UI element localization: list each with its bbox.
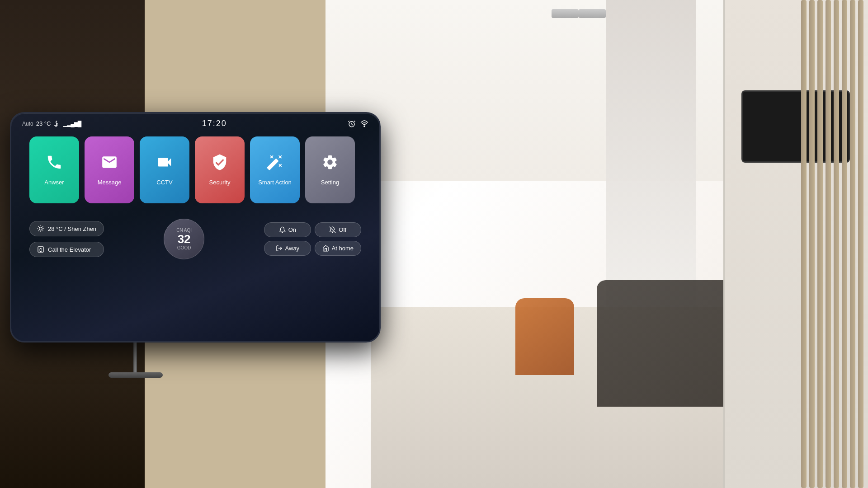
weather-text: 28 °C / Shen Zhen (48, 225, 96, 232)
bell-off-icon (329, 226, 336, 233)
slat-6 (817, 0, 823, 488)
bottom-section: 28 °C / Shen Zhen Call the Elevator CN A… (11, 211, 379, 267)
away-icon (276, 245, 283, 252)
tile-security-label: Security (209, 179, 231, 187)
aqi-value: 32 (178, 233, 191, 246)
at-home-label: At home (332, 245, 354, 252)
room-ceiling (326, 0, 868, 181)
status-bar: Auto 23 °C ▁▂▄▆█ 17:20 (11, 113, 379, 132)
tile-security[interactable]: Security (195, 136, 245, 203)
bell-on-icon (279, 226, 286, 233)
armchair (515, 298, 574, 375)
weather-button[interactable]: 28 °C / Shen Zhen (29, 221, 104, 236)
elevator-text: Call the Elevator (48, 246, 91, 253)
tiles-grid: Anwser Message CCTV (11, 132, 379, 208)
security-shield-icon (211, 154, 228, 174)
settings-gear-icon (321, 154, 339, 174)
phone-icon (46, 154, 63, 174)
message-icon (101, 154, 118, 174)
svg-line-13 (330, 227, 336, 233)
svg-point-3 (39, 227, 42, 230)
smart-wand-icon (266, 154, 283, 174)
smart-home-tablet: Auto 23 °C ▁▂▄▆█ 17:20 (10, 112, 381, 343)
alarm-on-button[interactable]: On (264, 222, 311, 237)
away-label: Away (285, 245, 300, 252)
clock-display: 17:20 (202, 119, 227, 128)
status-right (348, 120, 368, 128)
aqi-display: CN AQI 32 GOOD (164, 219, 204, 259)
temperature-display: 23 °C (36, 120, 51, 127)
status-left: Auto 23 °C ▁▂▄▆█ (22, 120, 81, 127)
slat-5 (826, 0, 831, 488)
cctv-icon (156, 154, 173, 174)
at-home-button[interactable]: At home (315, 241, 361, 256)
elevator-button[interactable]: Call the Elevator (29, 242, 104, 257)
tile-answer[interactable]: Anwser (29, 136, 79, 203)
time-value: 17:20 (202, 119, 227, 128)
elevator-icon (37, 246, 44, 253)
away-button[interactable]: Away (264, 241, 311, 256)
tile-answer-label: Anwser (44, 179, 64, 187)
tile-smart-label: Smart Action (258, 179, 292, 187)
room-background (326, 0, 868, 488)
tv-screen (741, 90, 850, 163)
ceiling-light-1 (552, 9, 579, 18)
couch (597, 280, 823, 407)
svg-point-2 (364, 126, 365, 127)
slat-1 (858, 0, 863, 488)
tile-cctv-label: CCTV (156, 179, 172, 187)
home-icon (322, 245, 329, 252)
slat-2 (850, 0, 855, 488)
alarm-off-button[interactable]: Off (315, 222, 361, 237)
tile-setting-label: Setting (321, 179, 339, 187)
svg-line-6 (38, 226, 39, 227)
sun-icon (37, 225, 44, 232)
slat-8 (801, 0, 807, 488)
alarm-clock-icon (348, 120, 356, 128)
ceiling-light-2 (579, 9, 606, 18)
svg-line-10 (38, 230, 39, 231)
tablet-stand-pole (133, 339, 137, 375)
svg-rect-12 (38, 247, 43, 252)
slat-3 (842, 0, 847, 488)
svg-line-11 (42, 226, 43, 227)
bottom-right-panel: On Off Away (264, 222, 361, 256)
tile-setting[interactable]: Setting (305, 136, 355, 203)
auto-label: Auto (22, 121, 33, 127)
tile-cctv[interactable]: CCTV (140, 136, 189, 203)
window-curtain (606, 0, 696, 316)
signal-bars-icon: ▁▂▄▆█ (63, 121, 81, 127)
aqi-status: GOOD (177, 245, 191, 250)
alarm-off-label: Off (339, 226, 346, 233)
svg-line-7 (42, 230, 43, 231)
tile-smart-action[interactable]: Smart Action (250, 136, 300, 203)
bottom-left-panel: 28 °C / Shen Zhen Call the Elevator (29, 221, 104, 257)
wifi-icon (360, 120, 368, 128)
tile-message-label: Message (98, 179, 122, 187)
slat-7 (809, 0, 815, 488)
wall-slats (796, 0, 868, 488)
alarm-on-label: On (288, 226, 296, 233)
tile-message[interactable]: Message (85, 136, 134, 203)
tablet-stand-base (108, 372, 163, 378)
tv-wall (723, 0, 868, 488)
fan-icon (53, 120, 61, 127)
slat-4 (834, 0, 839, 488)
room-floor (371, 307, 868, 488)
